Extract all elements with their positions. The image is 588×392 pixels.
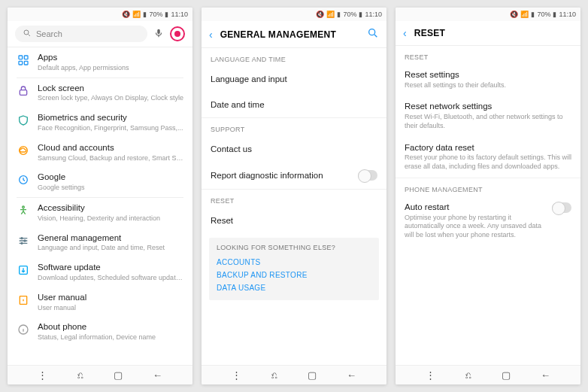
voice-record-icon[interactable] (170, 26, 185, 41)
toggle-switch[interactable] (358, 170, 377, 181)
signal-icon: ▮ (531, 11, 535, 18)
search-icon (23, 29, 32, 39)
settings-item-cloud[interactable]: Cloud and accounts Samsung Cloud, Backup… (8, 138, 192, 168)
nav-back-icon[interactable]: ← (541, 369, 550, 381)
item-sub: Reset your phone to its factory default … (405, 153, 571, 171)
search-input[interactable]: Search (15, 26, 147, 42)
settings-item-biometrics[interactable]: Biometrics and security Face Recognition… (8, 108, 192, 138)
item-title: Accessibility (38, 203, 183, 214)
item-sub: Face Recognition, Fingerprint, Samsung P… (38, 124, 183, 132)
item-sub: Reset all settings to their defaults. (405, 81, 571, 90)
settings-item-google[interactable]: Google Google settings (8, 167, 192, 197)
settings-item-apps[interactable]: Apps Default apps, App permissions (8, 47, 192, 77)
item-title: Factory data reset (405, 143, 571, 153)
settings-item-software[interactable]: Software update Download updates, Schedu… (8, 257, 192, 287)
battery-icon: ▮ (165, 11, 168, 18)
item-sub: User manual (38, 304, 183, 312)
apps-icon (17, 53, 30, 67)
item-report-diagnostic[interactable]: Report diagnostic information (202, 162, 386, 189)
settings-item-lockscreen[interactable]: Lock screen Screen lock type, Always On … (8, 78, 192, 108)
mic-icon[interactable] (153, 28, 164, 41)
item-title: Reset network settings (405, 102, 571, 112)
content[interactable]: RESET Reset settings Reset all settings … (396, 46, 580, 384)
item-title: Google (38, 172, 183, 183)
link-accounts[interactable]: ACCOUNTS (217, 256, 371, 269)
item-title: Reset settings (405, 70, 571, 81)
battery-percent: 70% (343, 11, 356, 18)
content[interactable]: LANGUAGE AND TIME Language and input Dat… (202, 48, 386, 384)
nav-bar: ⋮ ⎌ ▢ ← (202, 365, 386, 384)
nav-home-icon[interactable]: ▢ (114, 369, 123, 381)
nav-menu-icon[interactable]: ⋮ (232, 369, 241, 381)
nav-back-icon[interactable]: ← (153, 369, 162, 381)
nav-home-icon[interactable]: ▢ (502, 369, 511, 381)
suggestion-box: LOOKING FOR SOMETHING ELSE? ACCOUNTS BAC… (209, 238, 379, 300)
item-date-time[interactable]: Date and time (202, 92, 386, 117)
search-icon[interactable] (367, 27, 379, 41)
battery-percent: 70% (537, 11, 550, 18)
item-reset-settings[interactable]: Reset settings Reset all settings to the… (396, 64, 580, 96)
shield-icon (17, 114, 30, 127)
svg-line-1 (29, 35, 31, 37)
item-factory-reset[interactable]: Factory data reset Reset your phone to i… (396, 137, 580, 178)
cloud-icon (17, 144, 30, 157)
item-title: Biometrics and security (38, 113, 183, 123)
settings-item-manual[interactable]: User manual User manual (8, 287, 192, 318)
item-contact-us[interactable]: Contact us (202, 136, 386, 162)
status-bar: 🔇 📶 ▮ 70% ▮ 11:10 (202, 8, 386, 21)
svg-rect-4 (19, 61, 23, 65)
status-bar: 🔇 📶 ▮ 70% ▮ 11:10 (8, 8, 192, 21)
signal-icon: ▮ (337, 11, 341, 18)
section-support: SUPPORT (202, 118, 386, 136)
nav-back-icon[interactable]: ← (347, 369, 356, 381)
toggle-switch[interactable] (552, 202, 571, 213)
general-management-screen: 🔇 📶 ▮ 70% ▮ 11:10 ‹ GENERAL MANAGEMENT L… (202, 8, 386, 384)
reset-screen: 🔇 📶 ▮ 70% ▮ 11:10 ‹ RESET RESET Reset se… (396, 8, 580, 384)
item-title: Apps (38, 53, 183, 63)
nav-menu-icon[interactable]: ⋮ (38, 369, 47, 381)
nav-recents-icon[interactable]: ⎌ (465, 369, 471, 381)
general-icon (17, 234, 30, 248)
search-placeholder: Search (36, 29, 62, 38)
item-auto-restart[interactable]: Auto restart Optimise your phone by rest… (396, 196, 580, 246)
nav-recents-icon[interactable]: ⎌ (271, 369, 277, 381)
link-backup[interactable]: BACKUP AND RESTORE (217, 269, 371, 281)
wifi-icon: 📶 (326, 11, 335, 18)
svg-rect-6 (20, 90, 26, 95)
wifi-icon: 📶 (132, 11, 141, 18)
battery-percent: 70% (149, 11, 162, 18)
section-language: LANGUAGE AND TIME (202, 48, 386, 66)
settings-item-accessibility[interactable]: Accessibility Vision, Hearing, Dexterity… (8, 198, 192, 228)
item-title: Lock screen (38, 84, 183, 94)
accessibility-icon (17, 204, 30, 217)
item-sub: Google settings (38, 184, 183, 192)
back-icon[interactable]: ‹ (209, 29, 213, 41)
svg-point-0 (24, 30, 29, 35)
screen-title: GENERAL MANAGEMENT (220, 29, 359, 40)
nav-recents-icon[interactable]: ⎌ (77, 369, 83, 381)
svg-rect-5 (24, 61, 28, 65)
settings-item-general[interactable]: General management Language and input, D… (8, 228, 192, 258)
item-sub: Status, Legal information, Device name (38, 333, 183, 342)
clock: 11:10 (171, 11, 188, 18)
item-title: User manual (38, 293, 183, 303)
item-sub: Screen lock type, Always On Display, Clo… (38, 94, 183, 102)
settings-item-about[interactable]: About phone Status, Legal information, D… (8, 317, 192, 347)
nav-bar: ⋮ ⎌ ▢ ← (8, 365, 192, 384)
item-sub: Vision, Hearing, Dexterity and interacti… (38, 214, 183, 223)
title-row: ‹ GENERAL MANAGEMENT (202, 21, 386, 48)
nav-home-icon[interactable]: ▢ (308, 369, 317, 381)
svg-point-19 (369, 29, 375, 35)
item-language-input[interactable]: Language and input (202, 66, 386, 92)
item-reset-network[interactable]: Reset network settings Reset Wi-Fi, Blue… (396, 96, 580, 136)
item-reset[interactable]: Reset (202, 208, 386, 233)
screen-title: RESET (414, 28, 573, 38)
mute-icon: 🔇 (122, 11, 130, 18)
item-title: General management (38, 233, 183, 244)
settings-list[interactable]: Apps Default apps, App permissions Lock … (8, 47, 192, 384)
item-title: Software update (38, 263, 183, 273)
link-data-usage[interactable]: DATA USAGE (217, 281, 371, 294)
nav-menu-icon[interactable]: ⋮ (426, 369, 435, 381)
search-row: Search (8, 21, 192, 47)
back-icon[interactable]: ‹ (403, 27, 407, 39)
